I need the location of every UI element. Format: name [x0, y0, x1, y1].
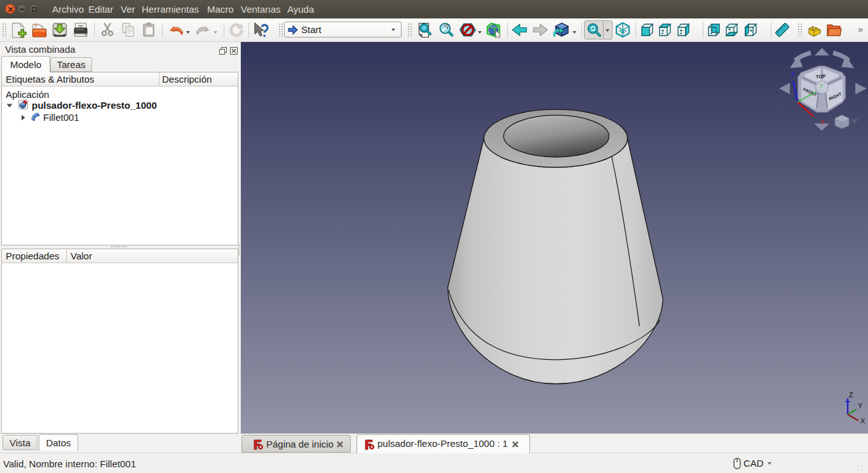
svg-text:TOP: TOP [816, 73, 826, 79]
svg-text:X: X [860, 417, 865, 425]
svg-text:X: X [820, 118, 825, 125]
svg-text:Z: Z [849, 391, 853, 399]
svg-text:Y: Y [858, 402, 863, 409]
svg-text:Z: Z [791, 70, 795, 77]
svg-text:Y: Y [820, 83, 824, 89]
